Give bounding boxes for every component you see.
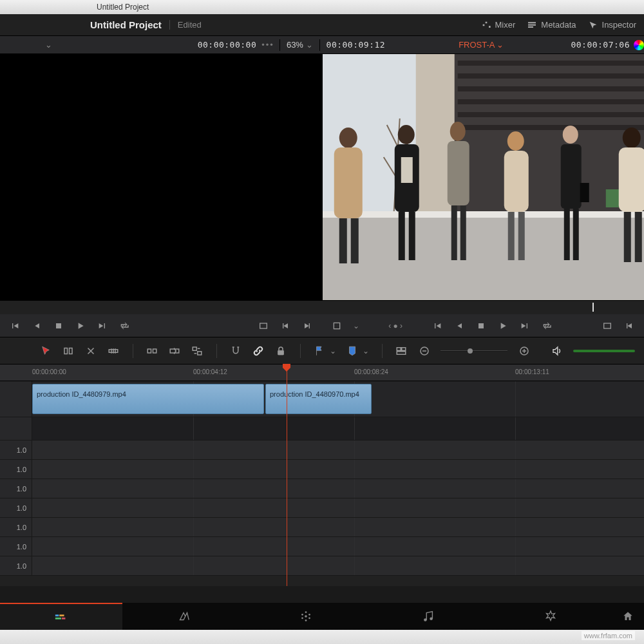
audio-track[interactable]: 1.0	[0, 479, 644, 498]
tl-stop-button[interactable]	[475, 320, 487, 332]
play-button[interactable]	[75, 320, 86, 332]
marker-button[interactable]	[346, 344, 359, 358]
svg-rect-43	[64, 348, 68, 354]
overwrite-button[interactable]	[169, 344, 181, 358]
source-viewer[interactable]	[0, 54, 323, 300]
dynamic-trim-tool[interactable]	[84, 344, 97, 358]
svg-rect-66	[62, 618, 66, 620]
svg-rect-7	[457, 125, 644, 130]
svg-rect-32	[573, 209, 578, 260]
blade-tool[interactable]	[108, 344, 120, 358]
svg-point-73	[301, 614, 303, 616]
zoom-in-button[interactable]	[518, 344, 530, 358]
timeline-scrubbar[interactable]	[322, 300, 644, 314]
svg-rect-52	[193, 347, 196, 350]
svg-rect-15	[350, 218, 358, 263]
flag-button[interactable]	[314, 344, 326, 358]
svg-point-34	[622, 128, 640, 148]
mixer-button[interactable]: Mixer	[481, 20, 516, 30]
stop-button[interactable]	[53, 320, 64, 332]
tl-match-frame-button[interactable]	[601, 320, 613, 332]
link-toggle[interactable]	[252, 344, 265, 358]
timeline-name[interactable]: FROST-A ⌄	[459, 40, 504, 50]
track-label: 1.0	[0, 518, 32, 536]
playhead[interactable]	[287, 381, 287, 586]
tl-step-back-button[interactable]	[453, 320, 465, 332]
last-frame-button[interactable]	[97, 320, 108, 332]
tl-mark-in-button[interactable]	[623, 320, 635, 332]
source-timecode[interactable]: 00:00:00:00	[198, 40, 257, 50]
scrub-bars	[0, 300, 644, 314]
ruler-tick: 00:00:13:11	[515, 368, 549, 375]
edit-page-button[interactable]	[0, 603, 122, 630]
zoom-slider[interactable]	[440, 350, 507, 352]
deliver-page-button[interactable]	[489, 603, 612, 630]
tl-play-button[interactable]	[497, 320, 509, 332]
svg-rect-44	[69, 348, 72, 354]
transport-controls: ⌄ ‹ ● ›	[0, 314, 644, 337]
svg-rect-30	[560, 144, 581, 209]
replace-button[interactable]	[191, 344, 204, 358]
viewer-panel	[0, 54, 644, 300]
svg-rect-39	[260, 323, 267, 328]
video-clip[interactable]: production ID_4480970.mp4	[265, 384, 372, 414]
svg-rect-24	[460, 205, 466, 260]
source-scrubbar[interactable]	[0, 300, 322, 314]
audio-track[interactable]: 1.0	[0, 440, 644, 460]
audio-track[interactable]: 1.0	[0, 460, 644, 479]
fusion-page-button[interactable]	[122, 603, 245, 630]
svg-rect-27	[507, 212, 514, 260]
source-dropdown[interactable]: ⌄	[0, 40, 97, 50]
timeline-panel: production ID_4480979.mp4production ID_4…	[0, 381, 644, 586]
view-options-button[interactable]	[395, 344, 408, 358]
step-back-button[interactable]	[31, 320, 43, 332]
audio-track[interactable]: 1.0	[0, 537, 644, 556]
record-timecode[interactable]: 00:00:09:12	[327, 40, 386, 50]
viewer-zoom[interactable]: 63% ⌄	[287, 40, 313, 50]
volume-icon[interactable]	[551, 344, 563, 358]
video-track[interactable]: production ID_4480979.mp4production ID_4…	[0, 381, 644, 417]
tl-loop-button[interactable]	[541, 320, 553, 332]
first-frame-button[interactable]	[9, 320, 21, 332]
zoom-out-button[interactable]	[418, 344, 430, 358]
tl-first-frame-button[interactable]	[431, 320, 443, 332]
track-label: 1.0	[0, 537, 32, 556]
metadata-button[interactable]: Metadata	[527, 20, 576, 30]
mark-out-button[interactable]	[301, 320, 313, 332]
svg-rect-49	[147, 349, 151, 353]
snap-toggle[interactable]	[230, 344, 242, 358]
timeline-timecode[interactable]: 00:00:07:06	[571, 40, 630, 50]
svg-point-68	[305, 611, 307, 613]
watermark: www.frfam.com	[582, 631, 635, 640]
tl-last-frame-button[interactable]	[519, 320, 531, 332]
trim-tool[interactable]	[62, 344, 74, 358]
track-label: 1.0	[0, 440, 32, 459]
audio-track[interactable]: 1.0	[0, 518, 644, 537]
inspector-button[interactable]: Inspector	[588, 20, 636, 30]
video-clip[interactable]: production ID_4480979.mp4	[32, 384, 264, 414]
source-options-icon[interactable]: •••	[261, 40, 274, 50]
svg-point-21	[450, 122, 465, 141]
fairlight-page-button[interactable]	[367, 603, 489, 630]
audio-track[interactable]: 1.0	[0, 498, 644, 518]
home-button[interactable]	[612, 611, 644, 622]
loop-button[interactable]	[118, 320, 130, 332]
match-frame-button[interactable]	[258, 320, 269, 332]
svg-point-25	[507, 131, 524, 151]
selection-tool[interactable]	[39, 344, 52, 358]
svg-rect-56	[402, 347, 406, 350]
insert-button[interactable]	[146, 344, 158, 358]
svg-rect-13	[334, 147, 362, 218]
timeline-viewer[interactable]	[323, 54, 645, 300]
audio-track[interactable]: 1.0	[0, 556, 644, 576]
svg-rect-19	[408, 212, 415, 260]
lock-toggle[interactable]	[275, 344, 287, 358]
mark-in-button[interactable]	[279, 320, 291, 332]
svg-rect-31	[564, 209, 569, 260]
svg-rect-37	[634, 212, 641, 262]
volume-slider[interactable]	[573, 350, 635, 352]
timeline-ruler[interactable]: 00:00:00:0000:00:04:1200:00:08:2400:00:1…	[0, 365, 644, 381]
color-page-button[interactable]	[245, 603, 367, 630]
crop-button[interactable]	[331, 320, 343, 332]
color-wheel-icon[interactable]	[634, 40, 644, 50]
